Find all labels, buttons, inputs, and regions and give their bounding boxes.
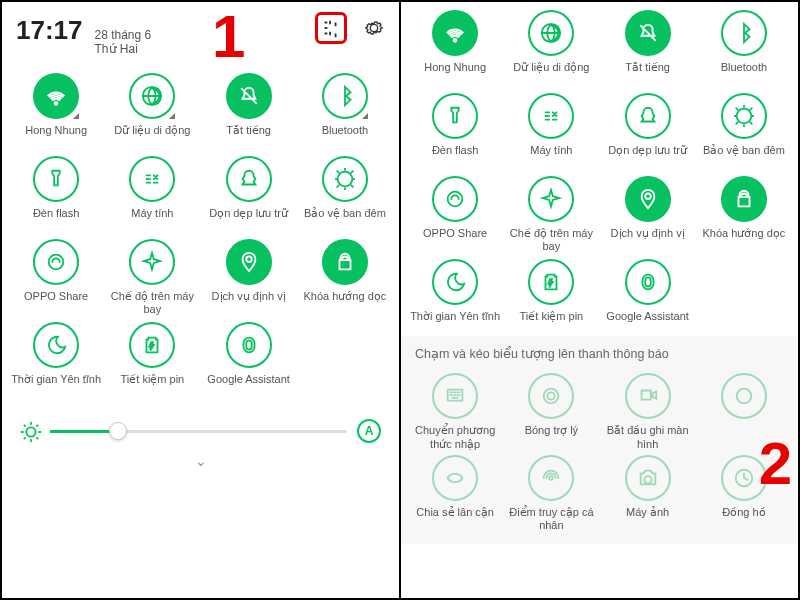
- input-method-icon: [444, 385, 466, 407]
- flashlight-icon: [444, 105, 466, 127]
- tile-data[interactable]: Dữ liệu di động: [104, 73, 200, 150]
- tile-hidden-button[interactable]: [721, 373, 767, 419]
- tile-hotspot-button[interactable]: [528, 455, 574, 501]
- tile-flashlight[interactable]: Đèn flash: [8, 156, 104, 233]
- tile-nearby-share-button[interactable]: [432, 455, 478, 501]
- tile-calc-button[interactable]: [528, 93, 574, 139]
- tile-battery-saver[interactable]: Tiết kiệm pin: [503, 259, 599, 336]
- date-block: 28 tháng 6 Thứ Hai: [95, 28, 152, 57]
- tile-cleanup-button[interactable]: [226, 156, 272, 202]
- tile-flashlight[interactable]: Đèn flash: [407, 93, 503, 170]
- tile-input-method[interactable]: Chuyển phương thức nhập: [407, 373, 503, 450]
- auto-brightness-toggle[interactable]: A: [357, 419, 381, 443]
- tile-wifi-button[interactable]: [33, 73, 79, 119]
- tile-assistant-label: Google Assistant: [606, 310, 689, 336]
- tile-input-method-button[interactable]: [432, 373, 478, 419]
- tile-location-button[interactable]: [625, 176, 671, 222]
- drag-hint: Chạm và kéo biểu tượng lên thanh thông b…: [401, 336, 798, 369]
- tile-night-label: Bảo vệ ban đêm: [703, 144, 785, 170]
- hotspot-icon: [540, 467, 562, 489]
- location-icon: [238, 251, 260, 273]
- tile-flashlight-label: Đèn flash: [432, 144, 478, 170]
- tile-night-button[interactable]: [721, 93, 767, 139]
- tile-location-button[interactable]: [226, 239, 272, 285]
- tile-battery-saver-button[interactable]: [528, 259, 574, 305]
- tile-bluetooth[interactable]: Bluetooth: [297, 73, 393, 150]
- tile-quiet-time-button[interactable]: [33, 322, 79, 368]
- tile-data-button[interactable]: [528, 10, 574, 56]
- tile-data[interactable]: Dữ liệu di động: [503, 10, 599, 87]
- tile-data-button[interactable]: [129, 73, 175, 119]
- edit-tiles-button[interactable]: [315, 12, 347, 44]
- tile-assistant-button[interactable]: [625, 259, 671, 305]
- tile-calc-label: Máy tính: [530, 144, 572, 170]
- tile-assistant-button[interactable]: [226, 322, 272, 368]
- tile-assistant-bubble-button[interactable]: [528, 373, 574, 419]
- tile-mute-button[interactable]: [226, 73, 272, 119]
- clock-time: 17:17: [16, 15, 83, 46]
- tile-hotspot[interactable]: Điểm truy cập cá nhân: [503, 455, 599, 532]
- tile-oppo-share-button[interactable]: [432, 176, 478, 222]
- tile-calc[interactable]: Máy tính: [104, 156, 200, 233]
- tile-cleanup-button[interactable]: [625, 93, 671, 139]
- tile-oppo-share-button[interactable]: [33, 239, 79, 285]
- tile-night[interactable]: Bảo vệ ban đêm: [696, 93, 792, 170]
- tile-quiet-time[interactable]: Thời gian Yên tĩnh: [407, 259, 503, 336]
- airplane-icon: [540, 188, 562, 210]
- tile-bluetooth[interactable]: Bluetooth: [696, 10, 792, 87]
- drag-handle[interactable]: ⌄: [2, 449, 399, 473]
- tile-airplane-button[interactable]: [528, 176, 574, 222]
- tile-quiet-time-button[interactable]: [432, 259, 478, 305]
- tile-calc-label: Máy tính: [131, 207, 173, 233]
- tile-lock-rotate-button[interactable]: [322, 239, 368, 285]
- tile-lock-rotate[interactable]: Khóa hướng dọc: [696, 176, 792, 253]
- tile-calc-button[interactable]: [129, 156, 175, 202]
- tile-airplane-button[interactable]: [129, 239, 175, 285]
- tile-assistant[interactable]: Google Assistant: [600, 259, 696, 336]
- tile-oppo-share[interactable]: OPPO Share: [407, 176, 503, 253]
- tile-battery-saver-label: Tiết kiệm pin: [121, 373, 185, 399]
- tile-location[interactable]: Dịch vụ định vị: [600, 176, 696, 253]
- tile-mute[interactable]: Tắt tiếng: [201, 73, 297, 150]
- tile-screen-record-button[interactable]: [625, 373, 671, 419]
- battery-saver-icon: [540, 271, 562, 293]
- tile-wifi-label: Hong Nhung: [424, 61, 486, 87]
- tile-battery-saver[interactable]: Tiết kiệm pin: [104, 322, 200, 399]
- tile-camera[interactable]: Máy ảnh: [600, 455, 696, 532]
- tile-flashlight-button[interactable]: [432, 93, 478, 139]
- tile-lock-rotate[interactable]: Khóa hướng dọc: [297, 239, 393, 316]
- tile-oppo-share[interactable]: OPPO Share: [8, 239, 104, 316]
- tile-battery-saver-button[interactable]: [129, 322, 175, 368]
- tile-cleanup[interactable]: Dọn dẹp lưu trữ: [201, 156, 297, 233]
- tile-bluetooth-button[interactable]: [721, 10, 767, 56]
- tile-wifi[interactable]: Hong Nhung: [407, 10, 503, 87]
- tile-assistant[interactable]: Google Assistant: [201, 322, 297, 399]
- tile-nearby-share[interactable]: Chia sẻ lân cận: [407, 455, 503, 532]
- tile-camera-button[interactable]: [625, 455, 671, 501]
- tile-airplane[interactable]: Chế độ trên máy bay: [104, 239, 200, 316]
- bluetooth-icon: [733, 22, 755, 44]
- tile-airplane[interactable]: Chế độ trên máy bay: [503, 176, 599, 253]
- tile-wifi-button[interactable]: [432, 10, 478, 56]
- tile-lock-rotate-button[interactable]: [721, 176, 767, 222]
- pane-right: Hong Nhung Dữ liệu di động Tắt tiếng Blu…: [399, 2, 798, 598]
- tile-location[interactable]: Dịch vụ định vị: [201, 239, 297, 316]
- tile-cleanup[interactable]: Dọn dẹp lưu trữ: [600, 93, 696, 170]
- tile-flashlight-button[interactable]: [33, 156, 79, 202]
- tile-assistant-bubble[interactable]: Bóng trợ lý: [503, 373, 599, 450]
- hidden-icon: [733, 385, 755, 407]
- tile-quiet-time[interactable]: Thời gian Yên tĩnh: [8, 322, 104, 399]
- tile-mute[interactable]: Tắt tiếng: [600, 10, 696, 87]
- airplane-icon: [141, 251, 163, 273]
- tile-mute-button[interactable]: [625, 10, 671, 56]
- tile-bluetooth-button[interactable]: [322, 73, 368, 119]
- pane-left: 17:17 28 tháng 6 Thứ Hai 1 Hong Nhung Dữ…: [2, 2, 399, 598]
- settings-button[interactable]: [363, 17, 385, 39]
- tile-hotspot-label: Điểm truy cập cá nhân: [506, 506, 596, 532]
- brightness-slider[interactable]: [50, 430, 347, 433]
- tile-wifi[interactable]: Hong Nhung: [8, 73, 104, 150]
- tile-screen-record[interactable]: Bắt đầu ghi màn hình: [600, 373, 696, 450]
- tile-night-button[interactable]: [322, 156, 368, 202]
- tile-night[interactable]: Bảo vệ ban đêm: [297, 156, 393, 233]
- tile-calc[interactable]: Máy tính: [503, 93, 599, 170]
